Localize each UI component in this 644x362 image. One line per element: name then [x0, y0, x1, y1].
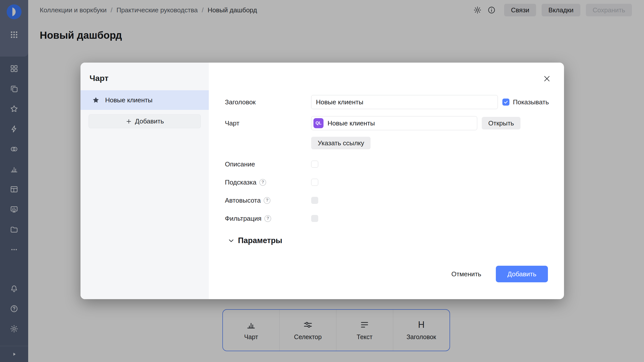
hint-checkbox[interactable]	[311, 179, 318, 186]
hint-row: Подсказка ?	[225, 175, 554, 189]
filtering-row: Фильтрация ?	[225, 211, 554, 225]
chart-list-item-label: Новые клиенты	[105, 96, 152, 104]
modal-side-panel: Чарт Новые клиенты Добавить	[80, 63, 209, 299]
panel-add-button[interactable]: Добавить	[89, 114, 201, 128]
hint-help-icon[interactable]: ?	[259, 179, 266, 186]
title-label: Заголовок	[225, 98, 311, 106]
autoheight-help-icon[interactable]: ?	[264, 197, 270, 204]
link-row: Указать ссылку	[225, 137, 554, 149]
autoheight-label: Автовысота	[225, 197, 261, 204]
modal-footer: Отменить Добавить	[446, 266, 548, 282]
plus-icon	[126, 118, 132, 125]
star-icon	[92, 96, 100, 104]
filtering-checkbox-disabled	[311, 215, 318, 222]
filtering-label: Фильтрация	[225, 215, 261, 222]
hint-label: Подсказка	[225, 178, 256, 186]
params-label: Параметры	[238, 236, 282, 245]
title-row: Заголовок Показывать	[225, 95, 554, 109]
modal-panel-title: Чарт	[90, 74, 209, 83]
checkmark-icon	[504, 101, 508, 104]
description-label: Описание	[225, 160, 311, 168]
modal-form: Заголовок Показывать Чарт QL Новые клиен…	[209, 63, 564, 299]
description-checkbox[interactable]	[311, 161, 318, 168]
add-chart-modal: Чарт Новые клиенты Добавить	[80, 63, 564, 299]
specify-link-button[interactable]: Указать ссылку	[311, 137, 371, 149]
autoheight-row: Автовысота ?	[225, 193, 554, 207]
params-section-toggle[interactable]: Параметры	[227, 234, 282, 248]
panel-add-label: Добавить	[135, 117, 164, 125]
cancel-button[interactable]: Отменить	[446, 266, 487, 282]
show-title-label: Показывать	[513, 98, 549, 106]
description-row: Описание	[225, 157, 554, 171]
add-button[interactable]: Добавить	[496, 266, 548, 282]
ql-badge: QL	[313, 118, 324, 128]
close-icon[interactable]	[541, 73, 552, 84]
chevron-down-icon	[227, 237, 235, 244]
chart-label: Чарт	[225, 119, 311, 127]
title-input[interactable]	[311, 95, 498, 109]
chart-row: Чарт QL Новые клиенты Открыть	[225, 116, 554, 130]
autoheight-checkbox-disabled	[311, 197, 318, 204]
filtering-help-icon[interactable]: ?	[264, 215, 271, 222]
show-title-checkbox[interactable]	[502, 99, 509, 106]
open-chart-button[interactable]: Открыть	[482, 117, 520, 129]
chart-select-field[interactable]: QL Новые клиенты	[311, 116, 477, 130]
chart-name: Новые клиенты	[328, 119, 375, 127]
chart-list-item-selected[interactable]: Новые клиенты	[80, 90, 209, 110]
